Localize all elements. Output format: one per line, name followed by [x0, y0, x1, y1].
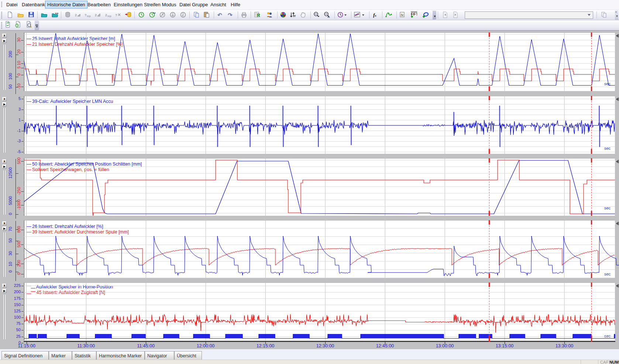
svg-text:fx: fx: [401, 13, 404, 17]
svg-text:ALL: ALL: [327, 16, 330, 18]
svg-text:++: ++: [153, 12, 155, 14]
svg-text:2: 2: [105, 13, 107, 17]
svg-text:↷: ↷: [228, 12, 233, 18]
svg-text:++: ++: [55, 12, 58, 15]
svg-text:2: 2: [75, 13, 77, 17]
svg-text:R: R: [257, 13, 260, 18]
svg-text:fx: fx: [373, 12, 376, 18]
svg-text:Y: Y: [294, 14, 296, 18]
svg-text:SQL: SQL: [107, 15, 111, 17]
svg-text:?: ?: [115, 13, 117, 17]
svg-text:↶: ↶: [217, 12, 222, 18]
svg-text:SQL: SQL: [87, 15, 91, 17]
svg-text:2: 2: [95, 13, 97, 17]
svg-text:?: ?: [85, 13, 87, 17]
